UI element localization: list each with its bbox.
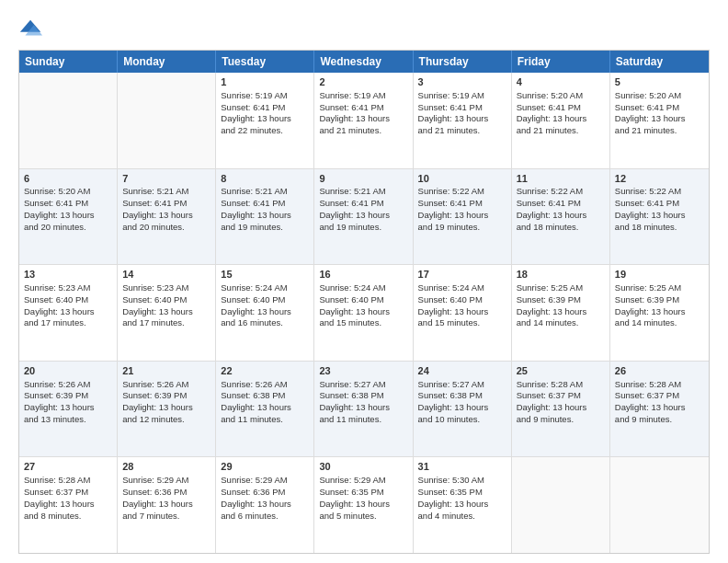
day-number: 18 xyxy=(517,268,605,282)
header-day-monday: Monday xyxy=(118,51,216,73)
day-number: 27 xyxy=(24,460,112,474)
daylight-text-2: and 7 minutes. xyxy=(122,511,210,523)
empty-cell xyxy=(19,73,118,168)
daylight-text-2: and 20 minutes. xyxy=(24,222,112,234)
daylight-text-2: and 4 minutes. xyxy=(418,511,506,523)
daylight-text-1: Daylight: 13 hours xyxy=(221,113,309,125)
calendar-week-4: 20Sunrise: 5:26 AMSunset: 6:39 PMDayligh… xyxy=(19,362,709,458)
sunrise-text: Sunrise: 5:27 AM xyxy=(319,379,407,391)
page: SundayMondayTuesdayWednesdayThursdayFrid… xyxy=(0,0,728,563)
day-number: 5 xyxy=(615,75,704,89)
daylight-text-2: and 19 minutes. xyxy=(221,222,309,234)
daylight-text-1: Daylight: 13 hours xyxy=(221,499,309,511)
sunset-text: Sunset: 6:37 PM xyxy=(517,390,605,402)
daylight-text-1: Daylight: 13 hours xyxy=(615,113,704,125)
header-day-tuesday: Tuesday xyxy=(216,51,314,73)
sunrise-text: Sunrise: 5:24 AM xyxy=(221,282,309,294)
daylight-text-2: and 10 minutes. xyxy=(418,414,506,426)
day-cell-30: 30Sunrise: 5:29 AMSunset: 6:35 PMDayligh… xyxy=(314,457,413,553)
daylight-text-1: Daylight: 13 hours xyxy=(319,306,407,318)
day-cell-22: 22Sunrise: 5:26 AMSunset: 6:38 PMDayligh… xyxy=(216,362,314,457)
daylight-text-2: and 16 minutes. xyxy=(221,317,309,329)
sunset-text: Sunset: 6:38 PM xyxy=(418,390,506,402)
day-cell-31: 31Sunrise: 5:30 AMSunset: 6:35 PMDayligh… xyxy=(414,457,512,553)
daylight-text-2: and 21 minutes. xyxy=(615,125,704,137)
sunrise-text: Sunrise: 5:26 AM xyxy=(221,379,309,391)
daylight-text-1: Daylight: 13 hours xyxy=(319,499,407,511)
sunrise-text: Sunrise: 5:26 AM xyxy=(122,379,210,391)
sunset-text: Sunset: 6:39 PM xyxy=(615,294,704,306)
daylight-text-2: and 19 minutes. xyxy=(319,222,407,234)
sunrise-text: Sunrise: 5:30 AM xyxy=(418,475,506,487)
day-cell-19: 19Sunrise: 5:25 AMSunset: 6:39 PMDayligh… xyxy=(610,265,709,361)
daylight-text-1: Daylight: 13 hours xyxy=(615,210,704,222)
sunset-text: Sunset: 6:41 PM xyxy=(615,102,704,114)
daylight-text-1: Daylight: 13 hours xyxy=(517,113,605,125)
daylight-text-1: Daylight: 13 hours xyxy=(221,402,309,414)
daylight-text-2: and 6 minutes. xyxy=(221,511,309,523)
calendar: SundayMondayTuesdayWednesdayThursdayFrid… xyxy=(18,50,710,554)
daylight-text-2: and 18 minutes. xyxy=(517,222,605,234)
sunset-text: Sunset: 6:41 PM xyxy=(418,102,506,114)
day-number: 21 xyxy=(122,364,210,378)
sunset-text: Sunset: 6:41 PM xyxy=(418,198,506,210)
day-cell-14: 14Sunrise: 5:23 AMSunset: 6:40 PMDayligh… xyxy=(118,265,216,361)
calendar-body: 1Sunrise: 5:19 AMSunset: 6:41 PMDaylight… xyxy=(19,73,709,553)
daylight-text-1: Daylight: 13 hours xyxy=(615,306,704,318)
sunrise-text: Sunrise: 5:21 AM xyxy=(319,186,407,198)
sunrise-text: Sunrise: 5:22 AM xyxy=(418,186,506,198)
day-number: 13 xyxy=(24,268,112,282)
sunset-text: Sunset: 6:41 PM xyxy=(319,102,407,114)
header-day-thursday: Thursday xyxy=(414,51,512,73)
day-cell-13: 13Sunrise: 5:23 AMSunset: 6:40 PMDayligh… xyxy=(19,265,118,361)
daylight-text-1: Daylight: 13 hours xyxy=(517,402,605,414)
daylight-text-1: Daylight: 13 hours xyxy=(122,402,210,414)
sunrise-text: Sunrise: 5:20 AM xyxy=(24,186,112,198)
day-number: 10 xyxy=(418,172,506,186)
sunset-text: Sunset: 6:41 PM xyxy=(122,198,210,210)
header-day-saturday: Saturday xyxy=(610,51,709,73)
day-cell-17: 17Sunrise: 5:24 AMSunset: 6:40 PMDayligh… xyxy=(414,265,512,361)
calendar-header: SundayMondayTuesdayWednesdayThursdayFrid… xyxy=(19,51,709,73)
day-cell-11: 11Sunrise: 5:22 AMSunset: 6:41 PMDayligh… xyxy=(512,169,610,265)
day-number: 14 xyxy=(122,268,210,282)
day-cell-26: 26Sunrise: 5:28 AMSunset: 6:37 PMDayligh… xyxy=(610,362,709,457)
day-number: 25 xyxy=(517,364,605,378)
sunset-text: Sunset: 6:40 PM xyxy=(319,294,407,306)
sunrise-text: Sunrise: 5:19 AM xyxy=(221,90,309,102)
daylight-text-1: Daylight: 13 hours xyxy=(418,402,506,414)
daylight-text-2: and 19 minutes. xyxy=(418,222,506,234)
daylight-text-2: and 5 minutes. xyxy=(319,511,407,523)
empty-cell xyxy=(610,457,709,553)
sunset-text: Sunset: 6:41 PM xyxy=(517,102,605,114)
daylight-text-2: and 13 minutes. xyxy=(24,414,112,426)
sunset-text: Sunset: 6:37 PM xyxy=(24,487,112,499)
daylight-text-2: and 14 minutes. xyxy=(517,317,605,329)
day-cell-21: 21Sunrise: 5:26 AMSunset: 6:39 PMDayligh… xyxy=(118,362,216,457)
header-day-wednesday: Wednesday xyxy=(314,51,413,73)
calendar-week-2: 6Sunrise: 5:20 AMSunset: 6:41 PMDaylight… xyxy=(19,169,709,266)
sunset-text: Sunset: 6:40 PM xyxy=(122,294,210,306)
daylight-text-1: Daylight: 13 hours xyxy=(517,210,605,222)
daylight-text-2: and 21 minutes. xyxy=(418,125,506,137)
header-day-sunday: Sunday xyxy=(19,51,118,73)
daylight-text-2: and 11 minutes. xyxy=(319,414,407,426)
daylight-text-1: Daylight: 13 hours xyxy=(221,210,309,222)
daylight-text-2: and 17 minutes. xyxy=(122,317,210,329)
logo-icon xyxy=(18,17,44,42)
daylight-text-1: Daylight: 13 hours xyxy=(517,306,605,318)
day-cell-27: 27Sunrise: 5:28 AMSunset: 6:37 PMDayligh… xyxy=(19,457,118,553)
day-cell-12: 12Sunrise: 5:22 AMSunset: 6:41 PMDayligh… xyxy=(610,169,709,265)
daylight-text-2: and 11 minutes. xyxy=(221,414,309,426)
calendar-week-3: 13Sunrise: 5:23 AMSunset: 6:40 PMDayligh… xyxy=(19,265,709,362)
sunrise-text: Sunrise: 5:26 AM xyxy=(24,379,112,391)
daylight-text-1: Daylight: 13 hours xyxy=(615,402,704,414)
day-number: 11 xyxy=(517,172,605,186)
sunrise-text: Sunrise: 5:29 AM xyxy=(319,475,407,487)
sunset-text: Sunset: 6:39 PM xyxy=(122,390,210,402)
daylight-text-1: Daylight: 13 hours xyxy=(122,210,210,222)
day-cell-10: 10Sunrise: 5:22 AMSunset: 6:41 PMDayligh… xyxy=(414,169,512,265)
sunset-text: Sunset: 6:41 PM xyxy=(221,198,309,210)
sunrise-text: Sunrise: 5:23 AM xyxy=(122,282,210,294)
daylight-text-2: and 21 minutes. xyxy=(517,125,605,137)
